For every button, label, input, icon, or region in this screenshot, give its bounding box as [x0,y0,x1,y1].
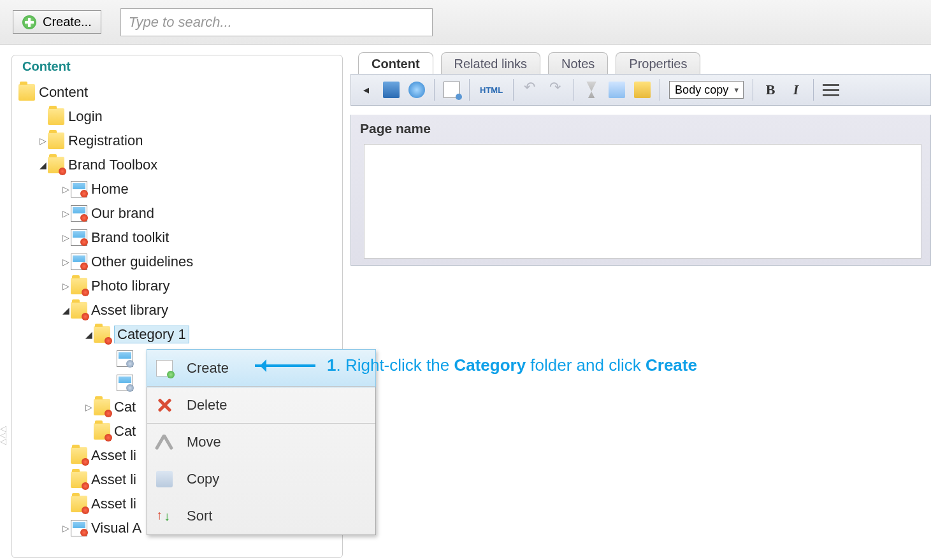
context-menu-label: Create [187,360,229,377]
folder-icon [71,496,87,512]
context-menu-label: Sort [187,508,212,524]
tree-item-label[interactable]: Other guidelines [91,254,193,270]
bold-icon[interactable]: B [762,82,779,98]
undo-icon[interactable] [523,82,539,98]
separator [813,79,814,101]
page-icon [117,375,133,391]
create-button[interactable]: Create... [13,10,101,34]
cut-icon[interactable] [583,82,600,98]
tree-row[interactable]: ◢Asset library [15,298,340,322]
delete-icon [156,397,173,413]
italic-icon[interactable]: I [788,82,804,98]
folder-icon [48,108,64,125]
panel-title: Content [12,55,342,76]
publish-icon[interactable] [408,82,425,98]
separator [469,79,470,101]
copy-icon [156,471,173,487]
tab-content[interactable]: Content [358,52,433,74]
style-select[interactable]: Body copy [669,81,744,99]
tree-item-label[interactable]: Asset li [91,471,136,488]
collapse-icon[interactable]: ◢ [38,160,48,170]
tree-item-label[interactable]: Cat [114,423,136,440]
tree-row[interactable]: ◢Brand Toolbox [15,153,340,177]
page-icon [71,254,87,270]
page-form: Page name [350,115,931,266]
expand-icon[interactable]: ▷ [61,523,71,533]
folder-icon [71,302,87,319]
tab-notes[interactable]: Notes [548,52,608,74]
context-menu-sort[interactable]: Sort [147,498,375,535]
expand-icon[interactable]: ▷ [61,184,71,194]
tree-row[interactable]: ▷Our brand [15,201,340,226]
context-menu-move[interactable]: Move [147,424,375,461]
paste-icon[interactable] [634,82,651,98]
tree-item-label[interactable]: Content [39,84,88,101]
page-icon [71,229,87,246]
save-icon[interactable] [383,82,400,98]
search-input[interactable] [120,8,433,36]
editor-area: ContentRelated linksNotesProperties ◂ HT… [350,52,931,558]
preview-icon[interactable] [444,82,460,98]
tree-item-label[interactable]: Visual A [91,520,141,536]
expand-icon[interactable]: ▷ [61,257,71,267]
context-menu-delete[interactable]: Delete [147,387,375,424]
tree-row[interactable]: ▷Brand toolkit [15,226,340,250]
separator [574,79,574,101]
plus-icon [22,15,36,29]
tab-related-links[interactable]: Related links [441,52,541,74]
tree-item-label[interactable]: Our brand [91,205,154,222]
tree-row[interactable]: ▷Registration [15,129,340,153]
tab-properties[interactable]: Properties [616,52,700,74]
toolbar-left-icon[interactable]: ◂ [357,82,374,98]
tree-item-label[interactable]: Asset li [91,447,136,464]
folder-icon [48,133,64,149]
separator [660,79,660,101]
tree-row[interactable]: ▷Other guidelines [15,250,340,274]
folder-icon [94,326,110,343]
context-menu: CreateDeleteMoveCopySort [147,349,376,535]
html-icon[interactable]: HTML [479,82,504,98]
folder-icon [71,447,87,464]
panel-collapse-handle[interactable]: ◁◁◁ [0,426,6,445]
tree-item-label[interactable]: Brand Toolbox [68,157,157,173]
tree-item-label[interactable]: Brand toolkit [91,229,169,246]
redo-icon[interactable] [548,82,565,98]
tree-item-label[interactable]: Registration [68,133,143,149]
folder-icon [71,278,87,294]
expand-icon[interactable]: ▷ [61,233,71,243]
tree-row[interactable]: Login [15,104,340,129]
bullet-list-icon[interactable] [823,82,839,98]
page-icon [71,520,87,536]
context-menu-label: Delete [187,397,227,413]
tree-item-label[interactable]: Cat [114,399,136,415]
expand-icon[interactable]: ▷ [61,281,71,291]
tree-row[interactable]: Content [15,80,340,104]
expand-icon[interactable]: ▷ [38,136,48,146]
page-icon [71,205,87,222]
collapse-icon[interactable]: ◢ [61,305,71,315]
expand-icon[interactable]: ▷ [61,208,71,219]
page-name-field[interactable] [364,144,921,259]
expand-icon[interactable]: ▷ [83,402,94,412]
context-menu-copy[interactable]: Copy [147,461,375,498]
copy-icon[interactable] [609,82,625,98]
tree-item-label[interactable]: Photo library [91,278,170,294]
tree-row[interactable]: ▷Photo library [15,274,340,298]
folder-icon [94,399,110,415]
sort-icon [156,508,173,524]
tree-row[interactable]: ▷Home [15,177,340,201]
tree-item-label[interactable]: Asset li [91,496,136,512]
collapse-icon[interactable]: ◢ [83,329,94,340]
tree-item-label[interactable]: Home [91,181,129,197]
topbar: Create... [0,0,931,45]
page-icon [117,350,133,367]
annotation-text: 1. Right-click the Category folder and c… [327,355,697,375]
annotation-callout: 1. Right-click the Category folder and c… [255,355,697,375]
arrow-icon [255,364,315,367]
tree-item-label[interactable]: Login [68,108,103,125]
tree-row[interactable]: ◢Category 1 [15,322,340,347]
tree-item-label[interactable]: Asset library [91,302,168,319]
tree-item-label[interactable]: Category 1 [114,326,189,343]
create-icon [156,360,173,377]
context-menu-label: Move [187,434,221,450]
